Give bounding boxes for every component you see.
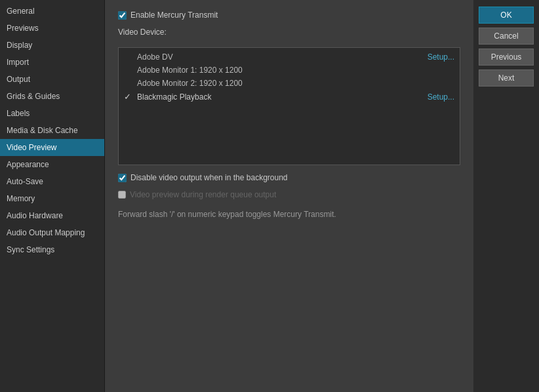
sidebar-item-appearance[interactable]: Appearance (0, 156, 104, 173)
disable-bg-checkbox[interactable] (118, 174, 127, 182)
sidebar-item-previews[interactable]: Previews (0, 20, 104, 37)
sidebar-item-labels[interactable]: Labels (0, 105, 104, 122)
sidebar-item-sync-settings[interactable]: Sync Settings (0, 241, 104, 258)
sidebar-item-display[interactable]: Display (0, 37, 104, 54)
device-row: Adobe Monitor 1: 1920 x 1200 (119, 64, 460, 77)
hint-text: Forward slash '/' on numeric keypad togg… (118, 210, 460, 219)
cancel-button[interactable]: Cancel (479, 28, 534, 45)
device-name: Adobe Monitor 2: 1920 x 1200 (137, 79, 454, 88)
device-row: Adobe Monitor 2: 1920 x 1200 (119, 77, 460, 90)
preview-render-row: Video preview during render queue output (118, 190, 460, 199)
sidebar-item-audio-output-mapping[interactable]: Audio Output Mapping (0, 224, 104, 241)
sidebar-item-general[interactable]: General (0, 3, 104, 20)
enable-mercury-checkbox[interactable] (118, 11, 127, 20)
preview-render-label: Video preview during render queue output (130, 190, 276, 199)
sidebar-item-media---disk-cache[interactable]: Media & Disk Cache (0, 122, 104, 139)
ok-button[interactable]: OK (479, 7, 534, 24)
device-name: Adobe Monitor 1: 1920 x 1200 (137, 66, 454, 75)
setup-link[interactable]: Setup... (428, 52, 454, 62)
sidebar-item-grids---guides[interactable]: Grids & Guides (0, 88, 104, 105)
device-row: ✓Blackmagic PlaybackSetup... (119, 90, 460, 104)
device-row: Adobe DVSetup... (119, 50, 460, 64)
sidebar: GeneralPreviewsDisplayImportOutputGrids … (0, 0, 105, 392)
sidebar-item-audio-hardware[interactable]: Audio Hardware (0, 207, 104, 224)
previous-button[interactable]: Previous (479, 49, 534, 66)
main-content: Enable Mercury Transmit Video Device: Ad… (105, 0, 473, 392)
disable-bg-row: Disable video output when in the backgro… (118, 173, 460, 182)
device-checkmark: ✓ (124, 92, 133, 102)
sidebar-item-import[interactable]: Import (0, 54, 104, 71)
setup-link[interactable]: Setup... (428, 92, 454, 102)
device-list: Adobe DVSetup...Adobe Monitor 1: 1920 x … (118, 47, 460, 165)
preview-render-checkbox[interactable] (118, 191, 126, 199)
sidebar-item-memory[interactable]: Memory (0, 190, 104, 207)
sidebar-item-auto-save[interactable]: Auto-Save (0, 173, 104, 190)
next-button[interactable]: Next (479, 69, 534, 87)
enable-mercury-label: Enable Mercury Transmit (130, 10, 218, 20)
video-device-label: Video Device: (118, 28, 460, 37)
sidebar-item-output[interactable]: Output (0, 71, 104, 88)
sidebar-item-video-preview[interactable]: Video Preview (0, 139, 104, 156)
device-name: Blackmagic Playback (137, 92, 424, 102)
enable-mercury-row: Enable Mercury Transmit (118, 10, 460, 20)
right-panel: OK Cancel Previous Next (473, 0, 539, 392)
disable-bg-label: Disable video output when in the backgro… (130, 173, 288, 182)
device-name: Adobe DV (137, 52, 424, 62)
